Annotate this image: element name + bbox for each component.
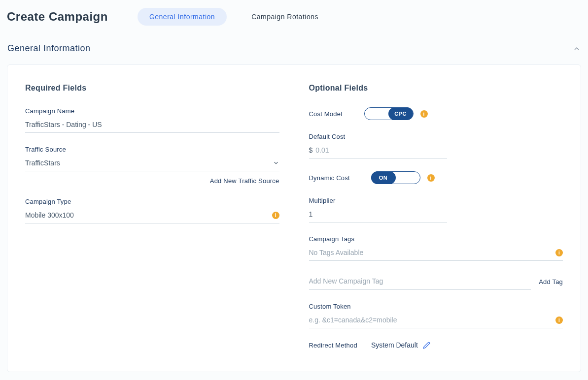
section-header: General Information <box>7 43 581 54</box>
redirect-method-value: System Default <box>371 341 418 349</box>
dynamic-cost-label: Dynamic Cost <box>309 174 364 182</box>
campaign-type-label: Campaign Type <box>25 198 279 205</box>
campaign-tags-field: Campaign Tags No Tags Available i <box>309 235 563 261</box>
dynamic-cost-toggle[interactable]: ON <box>371 171 420 184</box>
pencil-icon <box>423 342 430 349</box>
optional-fields-title: Optional Fields <box>309 84 563 93</box>
multiplier-field: Multiplier <box>309 197 447 222</box>
dynamic-cost-value: ON <box>371 171 396 184</box>
campaign-tags-placeholder: No Tags Available <box>309 249 552 256</box>
add-traffic-source-link[interactable]: Add New Traffic Source <box>210 177 279 185</box>
default-cost-field: Default Cost $ <box>309 133 447 158</box>
required-fields-column: Required Fields Campaign Name Traffic So… <box>25 84 279 349</box>
add-tag-input[interactable] <box>309 277 531 285</box>
tab-bar: General Information Campaign Rotations <box>138 8 330 26</box>
campaign-type-input-wrap: i <box>25 208 279 223</box>
campaign-name-label: Campaign Name <box>25 107 279 115</box>
traffic-source-field: Traffic Source TrafficStars Add New Traf… <box>25 146 279 185</box>
chevron-down-icon <box>273 159 279 166</box>
cost-model-row: Cost Model CPC i <box>309 107 563 120</box>
multiplier-input[interactable] <box>309 210 447 218</box>
info-icon[interactable]: i <box>555 317 563 324</box>
redirect-method-value-wrap: System Default <box>371 341 430 349</box>
default-cost-label: Default Cost <box>309 133 447 140</box>
multiplier-label: Multiplier <box>309 197 447 204</box>
page-title: Create Campaign <box>7 10 108 24</box>
add-tag-input-wrap <box>309 274 531 290</box>
info-icon[interactable]: i <box>420 110 428 118</box>
custom-token-input-wrap: i <box>309 313 563 328</box>
default-cost-input-wrap: $ <box>309 143 447 158</box>
cost-model-label: Cost Model <box>309 110 357 118</box>
traffic-source-select[interactable]: TrafficStars <box>25 156 279 171</box>
campaign-tags-display: No Tags Available i <box>309 246 563 261</box>
campaign-name-input-wrap <box>25 118 279 133</box>
currency-symbol: $ <box>309 146 313 154</box>
custom-token-field: Custom Token i <box>309 303 563 328</box>
campaign-name-input[interactable] <box>25 121 279 128</box>
header-row: Create Campaign General Information Camp… <box>7 8 581 26</box>
add-tag-link[interactable]: Add Tag <box>539 278 563 285</box>
optional-fields-column: Optional Fields Cost Model CPC i Default… <box>309 84 563 349</box>
custom-token-label: Custom Token <box>309 303 563 310</box>
info-icon[interactable]: i <box>427 174 435 182</box>
multiplier-input-wrap <box>309 207 447 222</box>
traffic-source-value: TrafficStars <box>25 159 269 167</box>
chevron-up-icon <box>573 45 581 53</box>
required-fields-title: Required Fields <box>25 84 279 93</box>
default-cost-input[interactable] <box>315 146 447 154</box>
tab-campaign-rotations[interactable]: Campaign Rotations <box>240 8 330 26</box>
section-title: General Information <box>7 43 91 54</box>
dynamic-cost-row: Dynamic Cost ON i <box>309 171 563 184</box>
campaign-name-field: Campaign Name <box>25 107 279 133</box>
cost-model-value: CPC <box>388 107 413 120</box>
cost-model-toggle[interactable]: CPC <box>364 107 414 120</box>
general-info-card: Required Fields Campaign Name Traffic So… <box>7 64 581 372</box>
custom-token-input[interactable] <box>309 316 552 324</box>
campaign-type-field: Campaign Type i <box>25 198 279 223</box>
campaign-type-input[interactable] <box>25 211 268 219</box>
traffic-source-label: Traffic Source <box>25 146 279 153</box>
add-tag-row: Add Tag <box>309 274 563 290</box>
tab-general-information[interactable]: General Information <box>138 8 227 26</box>
campaign-tags-label: Campaign Tags <box>309 235 563 243</box>
info-icon[interactable]: i <box>555 249 563 256</box>
edit-redirect-button[interactable] <box>423 342 430 349</box>
redirect-method-label: Redirect Method <box>309 342 357 349</box>
info-icon[interactable]: i <box>272 212 279 219</box>
redirect-method-row: Redirect Method System Default <box>309 341 563 349</box>
collapse-toggle[interactable] <box>573 45 581 53</box>
